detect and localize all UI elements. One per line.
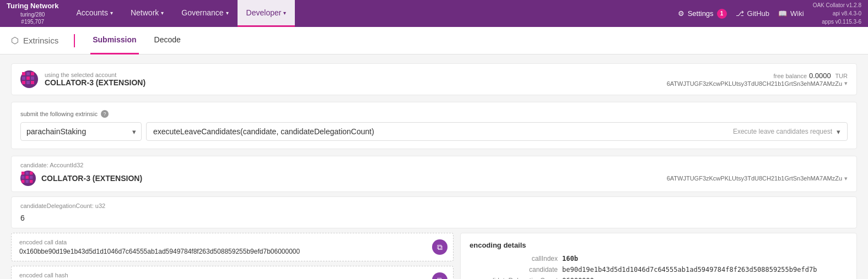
nav-governance-label: Governance xyxy=(181,8,223,17)
settings-item[interactable]: ⚙ Settings 1 xyxy=(678,9,727,19)
main-content: using the selected account COLLATOR-3 (E… xyxy=(0,54,868,279)
enc-candidate-val: be90d19e1b43d5d1d1046d7c64555ab1ad594978… xyxy=(562,266,817,273)
account-row: using the selected account COLLATOR-3 (E… xyxy=(11,63,857,95)
candidate-value: COLLATOR-3 (EXTENSION) 6ATWJTUGF3zKcwPKL… xyxy=(20,171,848,186)
chevron-down-icon: ▾ xyxy=(837,128,840,136)
enc-call-index-key: callIndex xyxy=(470,255,558,262)
tab-decode[interactable]: Decode xyxy=(152,27,183,54)
nav-governance[interactable]: Governance ▾ xyxy=(172,0,237,27)
subnav-divider xyxy=(74,34,75,47)
nav-developer-label: Developer xyxy=(246,8,282,17)
account-name: COLLATOR-3 (EXTENSION) xyxy=(45,78,145,87)
svg-rect-3 xyxy=(22,76,25,80)
nav-network-label: Network xyxy=(131,8,159,17)
gear-icon: ⚙ xyxy=(678,9,684,18)
encoding-row-delegation-count: candidateDelegationCount 06000000 xyxy=(470,277,848,279)
svg-rect-14 xyxy=(30,176,33,179)
address-value: 6ATWJTUGF3zKcwPKLUtsy3TdU8CH21b1GrtSn3eh… xyxy=(667,80,842,87)
tab-decode-label: Decode xyxy=(154,35,181,44)
version-line3: apps v0.115.3-6 xyxy=(813,18,861,26)
pallet-select[interactable]: parachainStaking xyxy=(20,122,142,141)
encoded-call-data-value: 0x160bbe90d19e1b43d5d1d1046d7c64555ab1ad… xyxy=(19,248,445,255)
avatar-icon xyxy=(21,71,37,87)
enc-delegation-count-val: 06000000 xyxy=(562,277,594,279)
candidate-label: candidate: AccountId32 xyxy=(20,162,848,168)
encoding-row-candidate: candidate be90d19e1b43d5d1d1046d7c64555a… xyxy=(470,266,848,273)
candidate-name: COLLATOR-3 (EXTENSION) xyxy=(41,174,142,183)
encoding-details-panel: encoding details callIndex 160b candidat… xyxy=(460,233,857,279)
encoded-call-data-box: encoded call data 0x160bbe90d19e1b43d5d1… xyxy=(11,233,454,261)
nav-network[interactable]: Network ▾ xyxy=(122,0,172,27)
sub-navigation: ⬡ Extrinsics Submission Decode xyxy=(0,27,868,54)
extrinsic-label: submit the following extrinsic ? xyxy=(20,110,848,118)
svg-rect-10 xyxy=(25,172,29,175)
github-label: GitHub xyxy=(747,9,769,18)
version-line1: OAK Collator v1.2.8 xyxy=(813,1,861,9)
svg-rect-8 xyxy=(31,81,34,84)
github-icon: ⎇ xyxy=(736,9,744,18)
candidate-address: 6ATWJTUGF3zKcwPKLUtsy3TdU8CH21b1GrtSn3eh… xyxy=(667,175,848,182)
account-label: using the selected account xyxy=(45,72,145,78)
chevron-down-icon: ▾ xyxy=(226,10,229,16)
delegation-count-value: 6 xyxy=(20,214,25,222)
top-navigation: Turing Network turing/280 #195,707 Accou… xyxy=(0,0,868,27)
enc-delegation-count-key: candidateDelegationCount xyxy=(470,277,558,279)
candidate-avatar xyxy=(20,171,36,186)
settings-label: Settings xyxy=(688,9,714,18)
balance-value: 0.0000 TUR xyxy=(809,72,848,80)
version-line2: api v8.4.3-0 xyxy=(813,9,861,18)
method-select-wrapper: executeLeaveCandidates(candidate, candid… xyxy=(146,122,848,141)
chevron-down-icon[interactable]: ▾ xyxy=(844,175,848,182)
copy-call-data-button[interactable]: ⧉ xyxy=(432,239,448,255)
method-hint: Execute leave candidates request xyxy=(733,128,832,135)
brand[interactable]: Turing Network turing/280 #195,707 xyxy=(7,2,58,25)
balance-amount: 0.0000 xyxy=(809,72,831,80)
encoding-title: encoding details xyxy=(470,241,848,249)
extrinsic-selection: submit the following extrinsic ? paracha… xyxy=(11,102,857,149)
nav-right: ⚙ Settings 1 ⎇ GitHub 📖 Wiki OAK Collato… xyxy=(678,1,861,26)
account-right: free balance 0.0000 TUR 6ATWJTUGF3zKcwPK… xyxy=(667,72,848,87)
chevron-down-icon[interactable]: ▾ xyxy=(844,80,848,87)
svg-rect-16 xyxy=(25,180,29,183)
encoded-call-hash-label: encoded call hash xyxy=(19,272,445,278)
wiki-link[interactable]: 📖 Wiki xyxy=(778,9,804,18)
candidate-param: candidate: AccountId32 xyxy=(11,156,857,192)
svg-rect-9 xyxy=(21,172,25,175)
balance-unit: TUR xyxy=(835,73,848,79)
encoded-left: encoded call data 0x160bbe90d19e1b43d5d1… xyxy=(11,233,454,279)
chevron-down-icon: ▾ xyxy=(161,10,164,16)
svg-rect-2 xyxy=(31,72,34,75)
pallet-select-wrapper: parachainStaking ▾ xyxy=(20,122,142,141)
version-info: OAK Collator v1.2.8 api v8.4.3-0 apps v0… xyxy=(813,1,861,26)
chevron-down-icon: ▾ xyxy=(283,10,286,16)
method-select[interactable]: executeLeaveCandidates(candidate, candid… xyxy=(146,122,848,141)
balance-label: free balance xyxy=(773,73,807,79)
enc-candidate-key: candidate xyxy=(470,266,558,273)
svg-rect-4 xyxy=(26,76,30,80)
extrinsics-label: Extrinsics xyxy=(23,36,58,45)
wiki-label: Wiki xyxy=(790,9,804,18)
github-link[interactable]: ⎇ GitHub xyxy=(736,9,769,18)
svg-rect-15 xyxy=(21,180,25,183)
svg-rect-0 xyxy=(22,72,25,75)
tab-submission-label: Submission xyxy=(93,35,136,44)
encoded-call-hash-box: encoded call hash 0xe03889815b644351078b… xyxy=(11,266,454,279)
book-icon: 📖 xyxy=(778,9,787,18)
nav-accounts[interactable]: Accounts ▾ xyxy=(67,0,122,27)
svg-rect-13 xyxy=(25,176,29,179)
encoding-row-call-index: callIndex 160b xyxy=(470,255,848,262)
tab-submission[interactable]: Submission xyxy=(90,27,138,54)
block-number: #195,707 xyxy=(21,18,44,25)
delegation-count-label: candidateDelegationCount: u32 xyxy=(20,203,848,209)
nav-developer[interactable]: Developer ▾ xyxy=(238,0,295,27)
candidate-avatar-icon xyxy=(20,171,36,186)
nav-accounts-label: Accounts xyxy=(76,8,108,17)
svg-rect-1 xyxy=(26,72,30,75)
svg-rect-6 xyxy=(22,81,25,84)
method-name: executeLeaveCandidates(candidate, candid… xyxy=(153,127,733,136)
network-sub: turing/280 xyxy=(20,11,45,18)
delegation-count-param: candidateDelegationCount: u32 6 xyxy=(11,196,857,228)
help-icon[interactable]: ? xyxy=(101,110,109,118)
enc-call-index-val: 160b xyxy=(562,255,578,262)
extrinsics-section[interactable]: ⬡ Extrinsics xyxy=(11,35,58,46)
